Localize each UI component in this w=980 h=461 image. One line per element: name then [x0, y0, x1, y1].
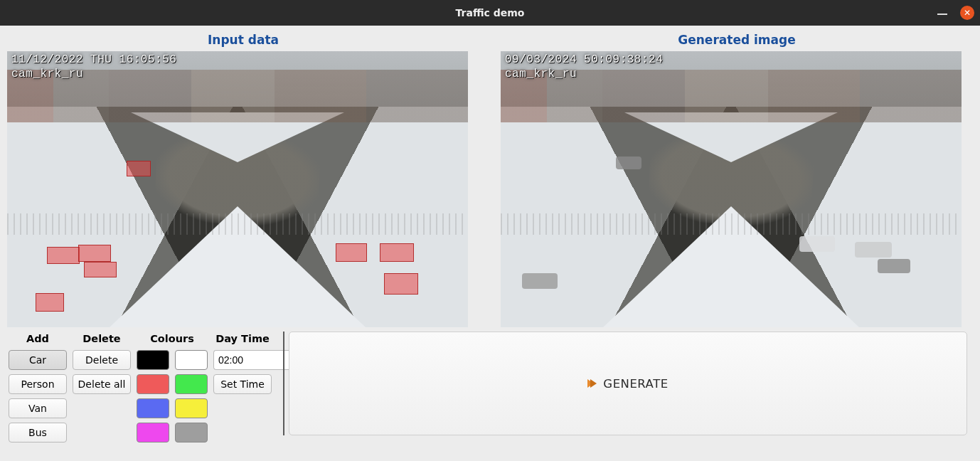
annotation-bbox[interactable] — [36, 293, 64, 312]
vertical-separator — [283, 332, 284, 435]
header-daytime: Day Time — [213, 333, 272, 346]
generated-vehicle — [855, 242, 892, 258]
generated-vehicle — [799, 236, 835, 252]
generated-scene-render — [501, 51, 962, 327]
generated-panel-title: Generated image — [501, 33, 973, 47]
colour-swatch-green[interactable] — [175, 374, 208, 394]
generated-overlay-text: 09/03/2024 50:09:38:24 cam_krk_ru — [505, 53, 663, 81]
colour-swatch-magenta[interactable] — [137, 423, 169, 443]
annotation-bbox[interactable] — [78, 245, 111, 262]
set-time-button[interactable]: Set Time — [213, 374, 272, 394]
add-person-button[interactable]: Person — [9, 374, 67, 394]
annotation-bbox[interactable] — [47, 247, 80, 264]
colour-swatch-blue[interactable] — [137, 398, 169, 418]
generate-icon — [587, 378, 597, 388]
delete-all-button[interactable]: Delete all — [73, 374, 131, 394]
input-overlay-text: 11/12/2022 THU 16:05:56 cam_krk_ru — [11, 53, 176, 81]
generate-button[interactable]: GENERATE — [289, 332, 967, 435]
add-car-button[interactable]: Car — [9, 350, 67, 370]
annotation-bbox[interactable] — [380, 243, 414, 262]
window-minimize-icon[interactable] — [937, 14, 947, 15]
generate-label: GENERATE — [603, 377, 668, 391]
delete-button[interactable]: Delete — [73, 350, 131, 370]
annotation-bbox[interactable] — [336, 243, 367, 262]
generated-vehicle — [616, 157, 641, 169]
annotation-bbox[interactable] — [84, 262, 117, 277]
header-add: Add — [9, 333, 67, 346]
time-field[interactable]: ▲ ▼ — [213, 350, 272, 370]
generated-image-viewport: 09/03/2024 50:09:38:24 cam_krk_ru — [501, 51, 962, 327]
colour-swatch-yellow[interactable] — [175, 398, 208, 418]
add-bus-button[interactable]: Bus — [9, 423, 67, 443]
window-title: Traffic demo — [456, 7, 525, 18]
generated-vehicle — [522, 273, 558, 289]
add-van-button[interactable]: Van — [9, 398, 67, 418]
header-colours: Colours — [137, 333, 208, 346]
colour-swatch-white[interactable] — [175, 350, 208, 370]
input-panel-title: Input data — [7, 33, 479, 47]
window-titlebar: Traffic demo ✕ — [0, 0, 980, 26]
input-image-viewport[interactable]: 11/12/2022 THU 16:05:56 cam_krk_ru — [7, 51, 468, 327]
colour-swatch-grey[interactable] — [175, 423, 208, 443]
annotation-bbox[interactable] — [127, 161, 151, 176]
window-close-icon[interactable]: ✕ — [960, 6, 974, 20]
generated-vehicle — [878, 259, 910, 273]
annotation-bbox[interactable] — [384, 273, 418, 295]
header-delete: Delete — [73, 333, 131, 346]
colour-swatch-red[interactable] — [137, 374, 169, 394]
colour-swatch-black[interactable] — [137, 350, 169, 370]
